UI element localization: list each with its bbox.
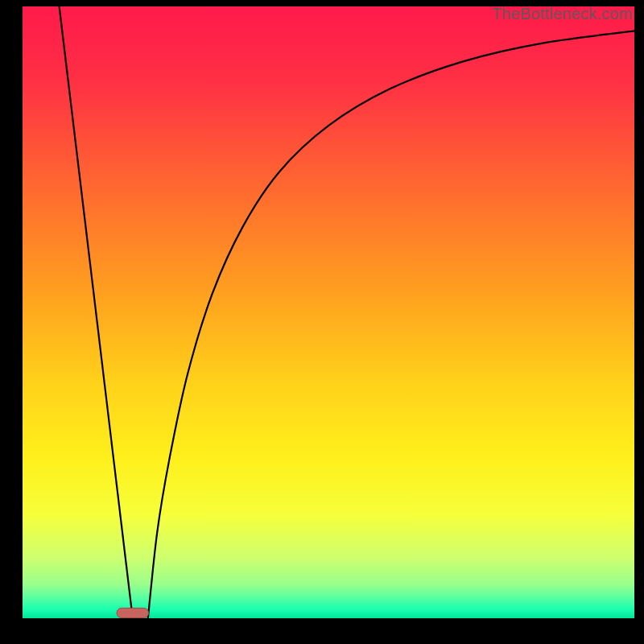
gradient-background — [23, 6, 634, 618]
plot-area — [23, 6, 634, 618]
watermark-text: TheBottleneck.com — [492, 5, 633, 23]
chart-frame: TheBottleneck.com — [0, 0, 644, 644]
plot-svg — [23, 6, 634, 618]
minimum-marker — [117, 608, 149, 617]
